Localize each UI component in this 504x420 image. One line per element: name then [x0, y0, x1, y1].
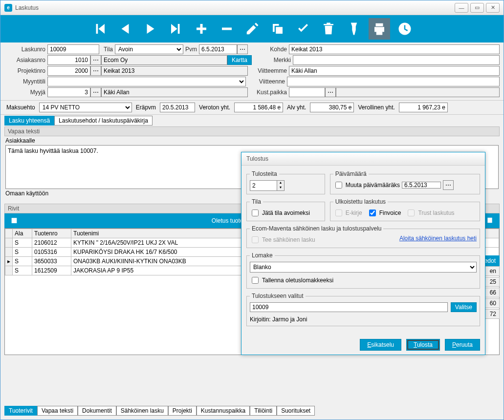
asiakasnro-lookup-button[interactable]: ⋯ — [90, 55, 101, 65]
myyntitili-select[interactable] — [47, 77, 246, 86]
myyja-no-input[interactable] — [47, 87, 90, 97]
tulosteita-label: Tulosteita — [250, 170, 279, 177]
lomake-select[interactable]: Blanko — [250, 262, 477, 273]
last-record-icon[interactable] — [165, 18, 187, 40]
spin-up-icon[interactable]: ▲ — [277, 181, 284, 186]
clock-icon[interactable] — [394, 18, 416, 40]
tulosteita-spinner[interactable]: ▲▼ — [250, 180, 322, 191]
finvoice-checkbox[interactable] — [369, 210, 376, 216]
dialog-pvm-picker[interactable]: ⋯ — [443, 180, 454, 190]
viitteenne-input[interactable] — [287, 77, 500, 86]
alv-label: Alv yht. — [285, 104, 308, 111]
myyja-label: Myyjä — [4, 89, 47, 96]
verollinen-label: Verollinen yht. — [356, 104, 396, 111]
dialog-title: Tulostus — [241, 152, 485, 166]
myyja-lookup-button[interactable]: ⋯ — [90, 87, 101, 97]
bottom-tab-tili-inti[interactable]: Tiliöinti — [250, 406, 277, 416]
alv-value: 380,75 e — [310, 103, 354, 112]
bottom-tab-projekti[interactable]: Projekti — [168, 406, 197, 416]
flashlight-icon[interactable] — [343, 18, 365, 40]
peruuta-button[interactable]: Peruuta — [445, 339, 480, 351]
edit-icon[interactable] — [241, 18, 263, 40]
jata-avoimeksi-checkbox[interactable] — [252, 210, 259, 216]
pvm-picker-button[interactable]: ⋯ — [237, 44, 248, 54]
aloita-sahkoinen-link[interactable]: Aloita sähköinen laskutus heti — [399, 235, 477, 245]
projektinro-input[interactable] — [47, 66, 90, 76]
window-title: Laskutus — [15, 4, 455, 11]
right-panel-cell: 72 — [483, 309, 500, 319]
kirjoitin-label: Kirjoitin: Jarmo ja Joni — [250, 316, 477, 323]
ekirje-checkbox — [335, 210, 342, 216]
kustpaikka-lookup-button[interactable]: ⋯ — [325, 87, 336, 97]
right-panel-cell: 60 — [483, 298, 500, 308]
kohde-input[interactable] — [289, 44, 500, 54]
tab-lasku-yhteensa[interactable]: Lasku yhteensä — [4, 116, 54, 126]
bottom-tab-dokumentit[interactable]: Dokumentit — [78, 406, 116, 416]
bottom-tab-tuoterivit[interactable]: Tuoterivit — [4, 406, 37, 416]
pvm-input[interactable] — [199, 44, 237, 54]
bottom-tab-suoritukset[interactable]: Suoritukset — [277, 406, 315, 416]
right-panel-cell: en — [483, 266, 500, 276]
kohde-label: Kohde — [248, 46, 289, 53]
col-tuotenro[interactable]: Tuotenro — [32, 229, 71, 238]
row-details-icon[interactable] — [486, 216, 494, 226]
merkki-input[interactable] — [293, 55, 500, 65]
tab-laskutusehdot[interactable]: Laskutusehdot / laskutuspäiväkirja — [54, 116, 153, 126]
projekti-name — [101, 66, 248, 76]
copy-icon[interactable] — [267, 18, 288, 40]
kustpaikka-name — [336, 87, 500, 97]
pvm-label: Pvm — [183, 46, 199, 53]
calendar-icon[interactable] — [10, 216, 18, 226]
asiakasnro-input[interactable] — [47, 55, 90, 65]
kustpaikka-input[interactable] — [289, 87, 325, 97]
remove-icon[interactable] — [216, 18, 238, 40]
dialog-pvm-input[interactable] — [402, 182, 441, 189]
tulosta-button[interactable]: Tulosta — [406, 339, 440, 351]
veroton-label: Veroton yht. — [197, 104, 232, 111]
erapvm-input[interactable] — [160, 103, 195, 112]
freetext-section-header: Vapaa teksti — [4, 126, 500, 136]
myyntitili-label: Myyntitili — [4, 78, 47, 85]
maventa-label: Ecom-Maventa sähköinen lasku ja tulostus… — [250, 225, 383, 232]
bottom-tab-s-hk-inen-lasku[interactable]: Sähköinen lasku — [116, 406, 168, 416]
first-record-icon[interactable] — [89, 18, 110, 40]
laskunro-label: Laskunro — [4, 46, 47, 53]
bottom-tab-vapaa-teksti[interactable]: Vapaa teksti — [37, 406, 78, 416]
print-dialog: Tulostus Tulosteita ▲▼ Päivämäärä Muuta … — [241, 152, 485, 355]
maximize-button[interactable]: ▭ — [470, 3, 484, 13]
muuta-pvm-checkbox[interactable] — [335, 182, 342, 189]
trash-icon[interactable] — [318, 18, 339, 40]
projektinro-lookup-button[interactable]: ⋯ — [90, 66, 101, 76]
main-window: e Laskutus — ▭ ✕ Laskunro Tila Avoin Pvm — [0, 0, 504, 420]
dialog-tila-label: Tila — [250, 198, 263, 205]
merkki-label: Merkki — [252, 57, 293, 63]
print-icon[interactable] — [369, 18, 390, 40]
tallenna-oletus-checkbox[interactable] — [252, 277, 259, 284]
bottom-tab-kustannuspaikka[interactable]: Kustannuspaikka — [197, 406, 250, 416]
spin-down-icon[interactable]: ▼ — [277, 186, 284, 190]
viitteemme-input[interactable] — [289, 66, 500, 76]
add-icon[interactable] — [191, 18, 212, 40]
valitut-input[interactable] — [250, 302, 448, 312]
esikatselu-button[interactable]: Esikatselu — [360, 339, 401, 351]
kartta-button[interactable]: Kartta — [227, 55, 252, 65]
close-button[interactable]: ✕ — [486, 3, 500, 13]
valitse-button[interactable]: Valitse — [451, 302, 477, 312]
right-panel-cell: 66 — [483, 288, 500, 297]
projektinro-label: Projektinro — [4, 67, 47, 74]
main-toolbar — [0, 15, 504, 42]
minimize-button[interactable]: — — [455, 3, 468, 13]
next-record-icon[interactable] — [140, 18, 161, 40]
viitteemme-label: Viitteemme — [248, 67, 289, 74]
laskunro-input[interactable] — [47, 44, 99, 54]
summary-tabs: Lasku yhteensä Laskutusehdot / laskutusp… — [0, 115, 504, 126]
kustpaikka-label: Kust.paikka — [248, 89, 289, 96]
tila-select[interactable]: Avoin — [115, 44, 183, 54]
prev-record-icon[interactable] — [114, 18, 136, 40]
maksuehto-select[interactable]: 14 PV NETTO — [39, 103, 132, 112]
confirm-icon[interactable] — [292, 18, 314, 40]
asiakasnro-label: Asiakasnro — [4, 57, 47, 63]
col-ala[interactable]: Ala — [13, 229, 32, 238]
paivamaara-label: Päivämäärä — [333, 170, 369, 177]
tulosteita-input[interactable] — [250, 180, 277, 191]
